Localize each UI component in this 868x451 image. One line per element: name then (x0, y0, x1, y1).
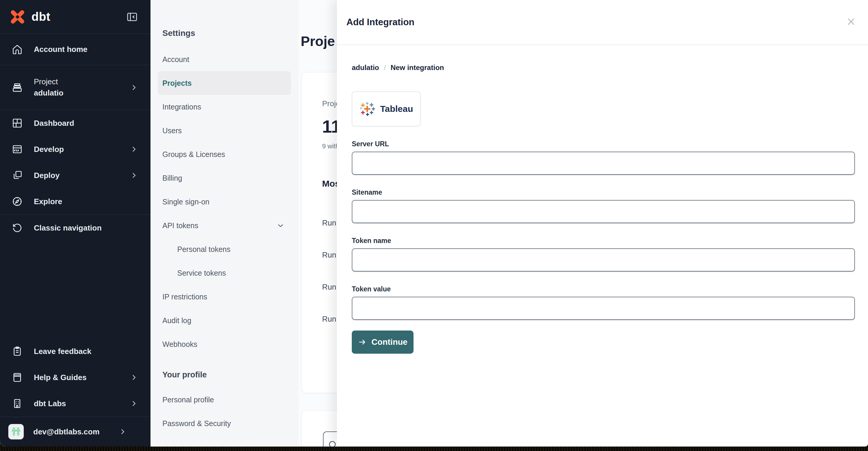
sidebar-item-dbt-labs[interactable]: dbt Labs (0, 390, 151, 417)
close-icon (846, 17, 856, 27)
server-url-label: Server URL (352, 140, 855, 148)
settings-item-webhooks[interactable]: Webhooks (158, 332, 291, 356)
clipboard-icon (12, 346, 23, 357)
sidebar-item-leave-feedback[interactable]: Leave feedback (0, 338, 151, 364)
card-label: Proje (322, 99, 337, 108)
sidebar-item-dashboard[interactable]: Dashboard (0, 110, 151, 136)
sidebar-item-classic-navigation[interactable]: Classic navigation (0, 215, 151, 241)
sidebar-nav-classic: Classic navigation (0, 215, 151, 241)
settings-item-single-sign-on[interactable]: Single sign-on (158, 190, 291, 214)
sidebar-item-project[interactable]: Project adulatio (0, 65, 151, 110)
breadcrumb-current: New integration (391, 64, 444, 72)
settings-item-account[interactable]: Account (158, 47, 291, 71)
project-name: adulatio (34, 88, 64, 99)
sidebar-item-explore[interactable]: Explore (0, 188, 151, 215)
settings-panel: Settings Account Projects Integrations U… (151, 0, 298, 447)
chevron-down-icon (276, 221, 285, 230)
continue-label: Continue (371, 337, 407, 347)
building-icon (12, 398, 23, 409)
card-section-title: Mos (322, 179, 337, 189)
settings-item-personal-tokens[interactable]: Personal tokens (158, 237, 291, 261)
card-value: 11 (322, 116, 337, 137)
chevron-right-icon (130, 145, 138, 153)
token-name-input[interactable] (352, 248, 855, 271)
chevron-right-icon (130, 373, 138, 382)
dbt-logo-text: dbt (31, 10, 51, 24)
provider-card-tableau[interactable]: Tableau (352, 91, 421, 126)
sidebar-item-deploy[interactable]: Deploy (0, 162, 151, 188)
settings-item-users[interactable]: Users (158, 119, 291, 142)
sidebar: dbt Account home Project adulatio (0, 0, 151, 447)
server-url-input[interactable] (352, 152, 855, 175)
settings-item-groups-licenses[interactable]: Groups & Licenses (158, 142, 291, 166)
sidebar-item-label: dbt Labs (34, 399, 66, 408)
tableau-logo-icon (359, 101, 375, 117)
chevron-right-icon (130, 399, 138, 408)
chevron-right-icon (130, 171, 138, 180)
sidebar-item-label: Leave feedback (34, 347, 91, 356)
field-sitename: Sitename (352, 188, 855, 223)
run-list-item: Run (322, 218, 337, 228)
main-content: Proje Proje 11 9 with Mos Run Run Run Ru… (298, 0, 337, 447)
drawer-header: Add Integration (337, 0, 868, 45)
profile-nav-list: Personal profile Password & Security (158, 388, 291, 435)
token-value-label: Token value (352, 285, 855, 293)
sidebar-item-help-guides[interactable]: Help & Guides (0, 364, 151, 390)
arrow-right-icon (358, 337, 367, 347)
book-icon (12, 372, 23, 383)
settings-item-integrations[interactable]: Integrations (158, 95, 291, 119)
collapse-sidebar-button[interactable] (126, 11, 138, 23)
run-list-item: Run (322, 250, 337, 260)
projects-summary-card: Proje 11 9 with Mos Run Run Run Run (301, 72, 337, 393)
sidebar-item-label: Develop (34, 145, 64, 154)
run-list-item: Run (322, 315, 337, 324)
sidebar-item-label: Explore (34, 197, 62, 206)
sidebar-bottom: Leave feedback Help & Guides dbt Labs (0, 338, 151, 447)
secondary-card (301, 410, 337, 447)
sidebar-item-label: Classic navigation (34, 223, 101, 233)
card-subtext: 9 with (322, 142, 337, 150)
user-avatar (8, 424, 24, 440)
settings-nav-list: Account Projects Integrations Users Grou… (158, 47, 291, 356)
drawer-body: adulatio / New integration Tableau (337, 45, 855, 354)
breadcrumb-project[interactable]: adulatio (352, 64, 379, 72)
settings-title: Settings (158, 29, 291, 38)
dashboard-icon (12, 118, 23, 128)
search-input[interactable] (323, 431, 337, 447)
user-menu[interactable]: dev@dbtlabs.com (0, 417, 151, 447)
close-button[interactable] (846, 17, 856, 28)
continue-button[interactable]: Continue (352, 330, 413, 354)
code-window-icon (12, 144, 23, 155)
field-token-value: Token value (352, 285, 855, 320)
settings-item-ip-restrictions[interactable]: IP restrictions (158, 285, 291, 309)
dbt-logo-icon (8, 7, 27, 27)
user-email: dev@dbtlabs.com (33, 427, 99, 437)
sidebar-nav-project: Project adulatio (0, 65, 151, 110)
sidebar-logo-row: dbt (0, 0, 151, 34)
project-stack-icon (12, 82, 23, 93)
settings-item-api-tokens[interactable]: API tokens (158, 214, 291, 237)
your-profile-title: Your profile (158, 370, 291, 380)
settings-item-service-tokens[interactable]: Service tokens (158, 261, 291, 285)
token-name-label: Token name (352, 237, 855, 245)
page-title: Proje (301, 33, 337, 49)
app-window: dbt Account home Project adulatio (0, 0, 868, 447)
token-value-input[interactable] (352, 297, 855, 320)
field-server-url: Server URL (352, 140, 855, 175)
settings-item-password-security[interactable]: Password & Security (158, 412, 291, 435)
settings-item-billing[interactable]: Billing (158, 166, 291, 190)
settings-item-personal-profile[interactable]: Personal profile (158, 388, 291, 412)
project-label: Project (34, 76, 64, 88)
settings-item-projects[interactable]: Projects (158, 71, 291, 95)
sidebar-project-labels: Project adulatio (34, 76, 64, 98)
chevron-right-icon (119, 427, 127, 436)
sitename-input[interactable] (352, 200, 855, 223)
panel-collapse-icon (126, 11, 138, 23)
sidebar-nav-main: Dashboard Develop Deploy Explore (0, 110, 151, 215)
squares-icon (12, 170, 23, 181)
run-list-item: Run (322, 283, 337, 292)
settings-item-audit-log[interactable]: Audit log (158, 309, 291, 332)
sidebar-item-account-home[interactable]: Account home (0, 34, 151, 65)
sidebar-item-develop[interactable]: Develop (0, 136, 151, 162)
sitename-label: Sitename (352, 188, 855, 196)
